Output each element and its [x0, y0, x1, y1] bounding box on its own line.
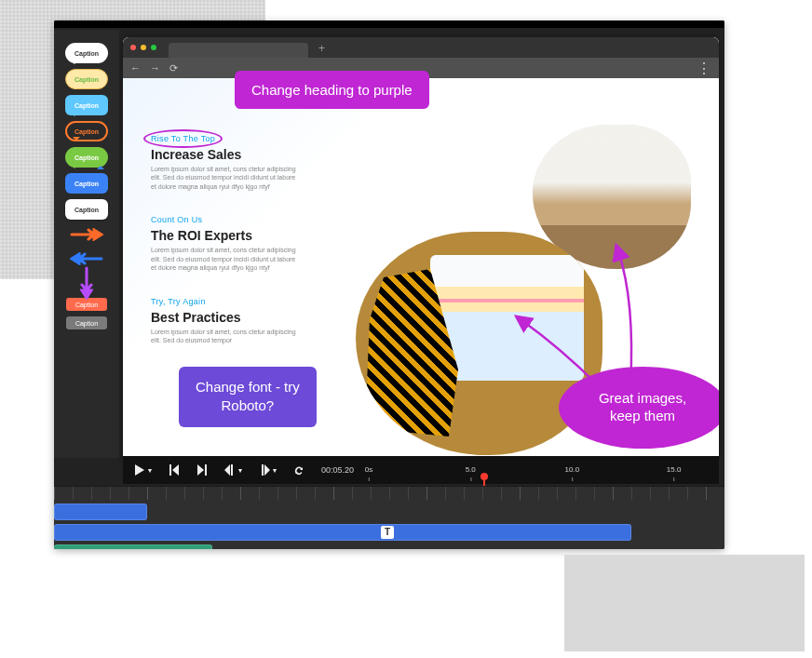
caption-style-5[interactable]: Caption: [65, 173, 108, 194]
body-1: Lorem ipsum dolor sit amet, cons ctetur …: [151, 165, 300, 191]
timeline-ruler[interactable]: [54, 487, 724, 500]
caption-style-0[interactable]: Caption: [65, 43, 108, 63]
eyebrow-1: Rise To The Top: [151, 134, 215, 143]
timeline-track-0[interactable]: [54, 504, 724, 520]
eyebrow-3: Try, Try Again: [151, 297, 206, 306]
webpage-document: Rise To The Top Increase Sales Lorem ips…: [123, 78, 719, 458]
decorative-box: [564, 555, 805, 651]
browser-tab-strip: +: [123, 37, 719, 58]
timeline-track-1[interactable]: T: [54, 524, 724, 541]
new-tab-icon[interactable]: +: [318, 42, 325, 55]
eyebrow-2: Count On Us: [151, 215, 202, 224]
window-minimize-icon[interactable]: [141, 45, 146, 50]
ruler-tick: 10.0: [565, 465, 580, 474]
annotation-sidebar: CaptionCaptionCaptionCaptionCaptionCapti…: [54, 30, 119, 458]
canvas-browser-frame: + ← → ⟳ ⋮ Rise To The Top Increase Sales…: [123, 37, 719, 458]
ruler-tick: 15.0: [667, 465, 682, 474]
tag-tool-1[interactable]: Caption: [66, 316, 107, 329]
loop-button[interactable]: [293, 464, 304, 476]
time-ruler-mini[interactable]: 0s5.010.015.0: [369, 463, 708, 477]
callout-heading-purple[interactable]: Change heading to purple: [235, 71, 429, 109]
current-time: 00:05.20: [321, 465, 354, 475]
playback-controls: ▾ ▾ ▾ 00:05.20 0s5.010.015.0: [123, 456, 719, 484]
browser-menu-icon[interactable]: ⋮: [697, 60, 711, 77]
reload-icon[interactable]: ⟳: [169, 62, 178, 74]
body-2: Lorem ipsum dolor sit amet, cons ctetur …: [151, 246, 300, 272]
timeline-track-2[interactable]: [54, 544, 724, 549]
editor-app-window: CaptionCaptionCaptionCaptionCaptionCapti…: [54, 20, 724, 549]
callout-change-font[interactable]: Change font - try Roboto?: [179, 367, 317, 427]
arrow-left-tool[interactable]: [70, 252, 103, 265]
timeline-panel: T: [54, 486, 724, 549]
caption-style-2[interactable]: Caption: [65, 95, 108, 115]
caption-style-6[interactable]: Caption: [65, 199, 108, 220]
browser-tab[interactable]: [169, 43, 308, 58]
window-zoom-icon[interactable]: [151, 45, 156, 50]
forward-icon[interactable]: →: [150, 62, 160, 74]
timeline-clip[interactable]: [54, 504, 147, 520]
timeline-clip[interactable]: [54, 544, 212, 549]
timeline-clip[interactable]: T: [54, 524, 631, 541]
back-icon[interactable]: ←: [130, 62, 141, 74]
arrow-down-tool[interactable]: [80, 266, 93, 300]
caption-style-3[interactable]: Caption: [65, 121, 108, 141]
arrow-right-tool[interactable]: [70, 228, 103, 241]
prev-marker-button[interactable]: [169, 464, 180, 476]
ruler-tick: 0s: [365, 465, 372, 474]
ruler-tick: 5.0: [466, 465, 476, 474]
caption-style-1[interactable]: Caption: [65, 69, 108, 89]
caption-style-4[interactable]: Caption: [65, 147, 108, 168]
next-marker-button[interactable]: [196, 464, 208, 476]
text-clip-icon: T: [381, 526, 394, 539]
window-close-icon[interactable]: [130, 45, 136, 50]
step-forward-button[interactable]: ▾: [259, 464, 277, 476]
annotation-arrow-2: [514, 302, 607, 395]
play-button[interactable]: ▾: [134, 464, 152, 476]
step-back-button[interactable]: ▾: [224, 464, 242, 476]
tag-tool-0[interactable]: Caption: [66, 298, 107, 311]
body-3: Lorem ipsum dolor sit amet, cons ctetur …: [151, 328, 300, 345]
playhead-icon[interactable]: [480, 473, 488, 480]
